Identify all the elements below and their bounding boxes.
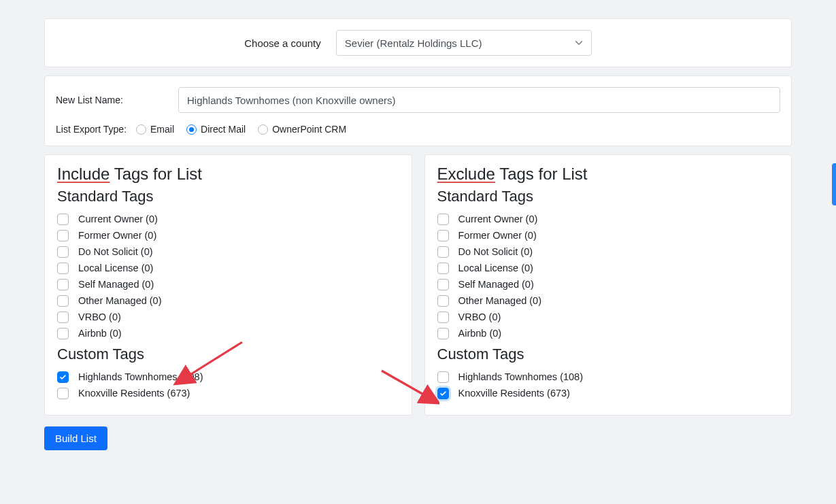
export-option-label: OwnerPoint CRM (272, 124, 346, 135)
list-item: Other Managed (0) (437, 292, 780, 309)
county-card: Choose a county Sevier (Rentalz Holdings… (44, 18, 792, 67)
list-item: Knoxville Residents (673) (57, 385, 399, 401)
exclude-standard-tag-label: Former Owner (0) (458, 230, 537, 241)
radio-icon (258, 124, 268, 135)
include-standard-tag-checkbox[interactable] (57, 328, 69, 339)
exclude-standard-list: Current Owner (0)Former Owner (0)Do Not … (437, 211, 780, 341)
radio-icon (136, 124, 146, 135)
list-item: Current Owner (0) (57, 211, 399, 227)
export-type-label: List Export Type: (56, 124, 127, 135)
exclude-standard-tag-label: VRBO (0) (458, 312, 501, 322)
list-item: Current Owner (0) (437, 211, 780, 227)
exclude-standard-tag-checkbox[interactable] (437, 263, 449, 274)
county-label: Choose a county (244, 37, 321, 49)
include-standard-tag-label: VRBO (0) (78, 312, 121, 322)
county-selected: Sevier (Rentalz Holdings LLC) (345, 37, 482, 49)
radio-icon (186, 124, 197, 135)
include-custom-tag-label: Knoxville Residents (673) (78, 388, 190, 399)
include-custom-tag-checkbox[interactable] (57, 371, 69, 383)
exclude-standard-tag-checkbox[interactable] (437, 295, 449, 307)
list-item: Highlands Townhomes (108) (57, 369, 399, 385)
exclude-custom-heading: Custom Tags (437, 346, 780, 363)
include-standard-tag-label: Self Managed (0) (78, 279, 154, 290)
include-standard-tag-checkbox[interactable] (57, 295, 69, 307)
include-title: Include Tags for List (57, 165, 399, 184)
include-standard-tag-checkbox[interactable] (57, 230, 69, 241)
exclude-standard-tag-label: Local License (0) (458, 263, 533, 273)
include-standard-tag-label: Former Owner (0) (78, 230, 156, 241)
exclude-standard-tag-checkbox[interactable] (437, 328, 449, 339)
list-item: Do Not Solicit (0) (437, 243, 780, 260)
export-option-ownerpoint-crm[interactable]: OwnerPoint CRM (258, 124, 346, 135)
exclude-panel: Exclude Tags for List Standard Tags Curr… (424, 154, 792, 416)
include-standard-tag-label: Local License (0) (78, 263, 153, 273)
include-standard-tag-label: Do Not Solicit (0) (78, 246, 153, 257)
list-item: Local License (0) (437, 260, 780, 276)
exclude-standard-tag-checkbox[interactable] (437, 246, 449, 258)
exclude-custom-list: Highlands Townhomes (108)Knoxville Resid… (437, 369, 780, 401)
list-item: VRBO (0) (57, 309, 399, 325)
export-type-row: List Export Type: Email Direct Mail Owne… (56, 124, 780, 135)
edge-tab[interactable] (832, 163, 836, 205)
include-custom-tag-label: Highlands Townhomes (108) (78, 371, 203, 382)
include-standard-tag-label: Airbnb (0) (78, 328, 122, 339)
exclude-standard-tag-label: Airbnb (0) (458, 328, 502, 339)
include-standard-list: Current Owner (0)Former Owner (0)Do Not … (57, 211, 399, 341)
exclude-custom-tag-label: Highlands Townhomes (108) (458, 371, 584, 382)
list-item: Airbnb (0) (57, 325, 399, 341)
exclude-custom-tag-checkbox[interactable] (437, 371, 449, 383)
include-title-prefix: Include (57, 165, 110, 183)
include-standard-tag-label: Other Managed (0) (78, 295, 162, 306)
exclude-standard-tag-checkbox[interactable] (437, 230, 449, 241)
list-item: Knoxville Residents (673) (437, 385, 780, 401)
chevron-down-icon (575, 37, 583, 49)
include-standard-tag-checkbox[interactable] (57, 312, 69, 323)
exclude-standard-tag-checkbox[interactable] (437, 279, 449, 290)
export-option-email[interactable]: Email (136, 124, 174, 135)
exclude-title-suffix: Tags for List (495, 165, 588, 183)
list-item: Local License (0) (57, 260, 399, 276)
exclude-standard-tag-label: Other Managed (0) (458, 295, 542, 306)
include-standard-tag-label: Current Owner (0) (78, 214, 158, 224)
exclude-standard-tag-label: Do Not Solicit (0) (458, 246, 533, 257)
list-name-input[interactable] (178, 87, 780, 113)
list-item: Other Managed (0) (57, 292, 399, 309)
exclude-standard-tag-checkbox[interactable] (437, 214, 449, 225)
build-list-button[interactable]: Build List (44, 426, 107, 450)
include-panel: Include Tags for List Standard Tags Curr… (44, 154, 412, 416)
exclude-title-prefix: Exclude (437, 165, 495, 183)
exclude-standard-tag-label: Self Managed (0) (458, 279, 534, 290)
include-standard-heading: Standard Tags (57, 188, 399, 205)
list-item: Do Not Solicit (0) (57, 243, 399, 260)
list-item: Former Owner (0) (437, 227, 780, 243)
list-name-label: New List Name: (56, 95, 165, 105)
exclude-standard-heading: Standard Tags (437, 188, 780, 205)
export-option-direct-mail[interactable]: Direct Mail (186, 124, 246, 135)
include-standard-tag-checkbox[interactable] (57, 246, 69, 258)
exclude-standard-tag-label: Current Owner (0) (458, 214, 538, 224)
include-standard-tag-checkbox[interactable] (57, 279, 69, 290)
list-item: Former Owner (0) (57, 227, 399, 243)
exclude-custom-tag-label: Knoxville Residents (673) (458, 388, 570, 399)
list-item: Airbnb (0) (437, 325, 780, 341)
list-name-card: New List Name: List Export Type: Email D… (44, 75, 792, 146)
export-option-label: Email (150, 124, 174, 135)
include-standard-tag-checkbox[interactable] (57, 214, 69, 225)
exclude-standard-tag-checkbox[interactable] (437, 312, 449, 323)
list-item: Highlands Townhomes (108) (437, 369, 780, 385)
exclude-title: Exclude Tags for List (437, 165, 780, 184)
export-option-label: Direct Mail (201, 124, 246, 135)
list-item: Self Managed (0) (57, 276, 399, 292)
include-custom-heading: Custom Tags (57, 346, 399, 363)
list-item: VRBO (0) (437, 309, 780, 325)
list-item: Self Managed (0) (437, 276, 780, 292)
include-custom-list: Highlands Townhomes (108)Knoxville Resid… (57, 369, 399, 401)
include-standard-tag-checkbox[interactable] (57, 263, 69, 274)
county-select[interactable]: Sevier (Rentalz Holdings LLC) (336, 30, 592, 56)
exclude-custom-tag-checkbox[interactable] (437, 388, 449, 399)
include-title-suffix: Tags for List (110, 165, 202, 183)
include-custom-tag-checkbox[interactable] (57, 388, 69, 399)
